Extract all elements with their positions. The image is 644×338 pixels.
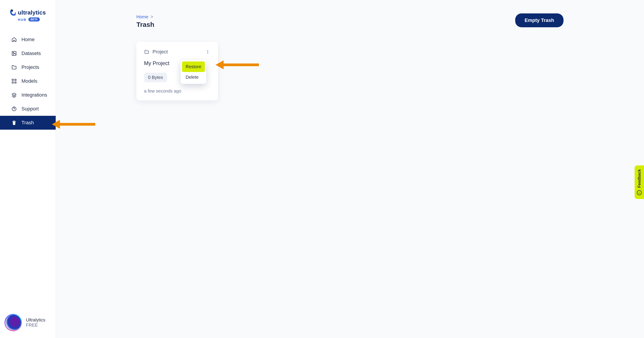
sidebar-item-label: Integrations [22,92,47,98]
breadcrumb-sep: > [150,14,153,20]
sidebar: ultralytics HUB BETA Home Datasets Proje… [0,0,56,338]
trash-item-card[interactable]: Project My Project 0 Bytes a few seconds… [136,42,218,100]
brand-sub: HUB [18,18,26,22]
more-vert-icon[interactable] [205,49,210,54]
card-size-badge: 0 Bytes [144,73,167,82]
logo[interactable]: ultralytics HUB BETA [0,0,56,30]
sidebar-item-projects[interactable]: Projects [0,60,56,74]
sidebar-item-home[interactable]: Home [0,33,56,46]
image-icon [11,50,17,56]
svg-rect-1 [12,52,16,56]
sidebar-item-label: Trash [22,120,34,126]
sidebar-item-support[interactable]: Support [0,102,56,116]
breadcrumb-root[interactable]: Home [136,14,148,20]
main: Home > Trash Empty Trash Project My Proj… [56,0,644,338]
card-type: Project [144,49,168,55]
folder-icon [144,49,149,54]
brand-name: ultralytics [18,9,46,16]
help-icon [11,106,17,112]
breadcrumb: Home > [136,14,154,20]
sidebar-item-label: Support [22,106,39,112]
sidebar-item-label: Models [22,78,37,84]
sidebar-item-integrations[interactable]: Integrations [0,88,56,102]
menu-item-restore[interactable]: Restore [182,62,205,72]
svg-rect-5 [12,82,14,83]
account-plan: FREE [26,322,46,328]
account-name: Ultralytics [26,318,46,322]
sidebar-item-label: Home [22,37,35,42]
beta-badge: BETA [28,18,40,22]
sidebar-item-datasets[interactable]: Datasets [0,46,56,60]
layers-icon [11,92,17,98]
page-title: Trash [136,21,154,28]
svg-rect-3 [12,79,14,80]
svg-rect-4 [15,79,16,80]
logo-mark-icon [10,8,16,16]
svg-point-10 [207,52,208,52]
feedback-tab[interactable]: Feedback ☺ [634,166,644,199]
sidebar-item-trash[interactable]: Trash [0,116,56,130]
card-context-menu: Restore Delete [181,60,206,84]
empty-trash-button[interactable]: Empty Trash [515,14,564,27]
card-time: a few seconds ago [144,88,210,94]
svg-point-11 [207,53,208,54]
model-icon [11,78,17,84]
card-type-label: Project [152,49,168,55]
smile-icon: ☺ [637,190,642,195]
avatar [4,314,22,331]
account-area[interactable]: Ultralytics FREE [0,308,56,338]
sidebar-nav: Home Datasets Projects Models Integratio… [0,33,56,130]
svg-point-9 [207,50,208,51]
svg-point-8 [14,110,14,110]
svg-point-2 [13,52,14,53]
menu-item-delete[interactable]: Delete [181,72,206,82]
home-icon [11,37,17,42]
page-header: Home > Trash Empty Trash [56,0,644,28]
feedback-label: Feedback [637,169,642,188]
sidebar-item-label: Datasets [22,50,41,56]
sidebar-item-models[interactable]: Models [0,74,56,88]
sidebar-item-label: Projects [22,64,39,70]
svg-rect-6 [15,82,16,83]
folder-icon [11,64,17,70]
trash-icon [11,120,17,126]
